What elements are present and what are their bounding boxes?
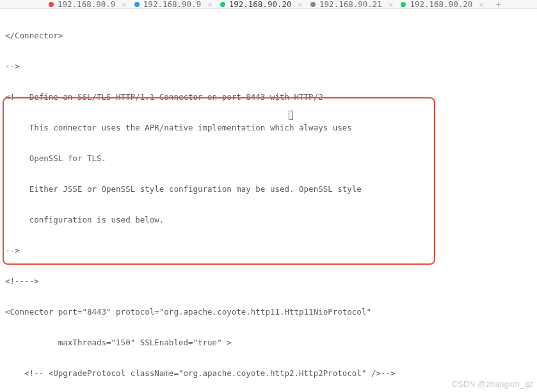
code-line: maxThreads="150" SSLEnabled="true" > <box>5 338 532 348</box>
tab-3[interactable]: 192.168.90.21 ✕ <box>307 0 397 9</box>
code-line: configuration is used below. <box>5 215 532 225</box>
code-line: <!-- Define an SSL/TLS HTTP/1.1 Connecto… <box>5 92 532 102</box>
tab-label: 192.168.90.20 <box>410 0 472 9</box>
code-line: OpenSSL for TLS. <box>5 153 532 164</box>
status-dot-icon <box>220 2 225 7</box>
text-cursor-icon <box>289 111 293 120</box>
close-icon[interactable]: ✕ <box>298 0 303 9</box>
code-line: This connector uses the APR/native imple… <box>5 123 532 133</box>
code-line: --> <box>5 61 532 72</box>
close-icon[interactable]: ✕ <box>207 0 212 9</box>
code-line: --> <box>5 246 532 256</box>
code-line: <Connector port="8443" protocol="org.apa… <box>5 307 532 317</box>
tab-bar: 192.168.90.9 ✕ 192.168.90.9 ✕ 192.168.90… <box>0 0 537 9</box>
close-icon[interactable]: ✕ <box>389 0 394 9</box>
code-line: <!----> <box>5 276 532 286</box>
tab-2[interactable]: 192.168.90.20 ✕ <box>216 0 307 9</box>
code-line: Either JSSE or OpenSSL style configurati… <box>5 184 532 194</box>
close-icon[interactable]: ✕ <box>479 0 484 9</box>
tab-1[interactable]: 192.168.90.9 ✕ <box>131 0 216 9</box>
status-dot-icon <box>310 2 316 7</box>
status-dot-icon <box>401 2 406 7</box>
tab-label: 192.168.90.9 <box>143 0 201 9</box>
tab-label: 192.168.90.21 <box>319 0 382 9</box>
status-dot-icon <box>49 2 54 7</box>
tab-4[interactable]: 192.168.90.20 ✕ <box>397 0 487 9</box>
status-dot-icon <box>134 2 140 7</box>
code-line: </Connector> <box>5 31 532 41</box>
close-icon[interactable]: ✕ <box>122 0 127 9</box>
tab-0[interactable]: 192.168.90.9 ✕ <box>45 0 131 9</box>
tab-label: 192.168.90.20 <box>229 0 292 9</box>
code-line: <!-- <UpgradeProtocol className="org.apa… <box>5 368 532 379</box>
new-tab-button[interactable]: ＋ <box>488 0 509 9</box>
editor-pane[interactable]: </Connector> --> <!-- Define an SSL/TLS … <box>0 9 537 392</box>
tab-label: 192.168.90.9 <box>58 0 115 9</box>
